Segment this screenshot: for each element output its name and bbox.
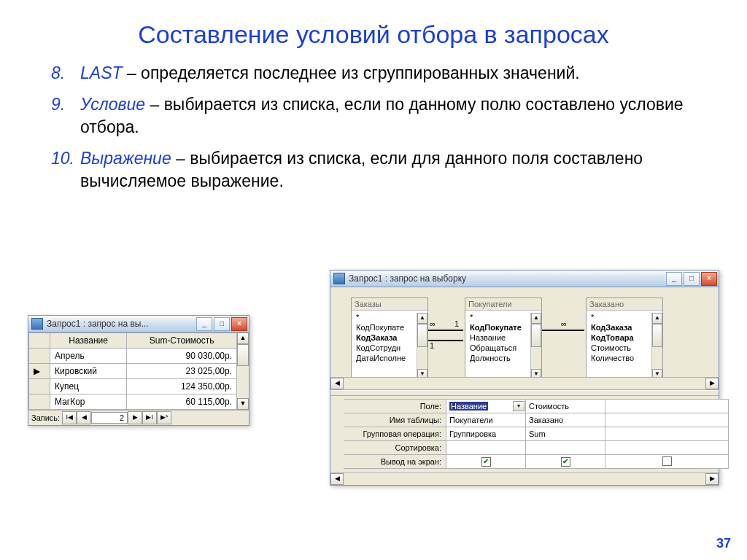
scroll-down-icon[interactable]: ▼ <box>237 398 249 410</box>
column-header-sum[interactable]: Sum-Стоимость <box>127 333 237 349</box>
splitter[interactable] <box>330 390 719 396</box>
bullet-list: 8. LAST – определяется последнее из сгру… <box>51 62 703 192</box>
nav-next-button[interactable]: ▶ <box>128 411 142 424</box>
close-button[interactable]: × <box>701 272 717 286</box>
bullet-number: 8. <box>51 62 80 85</box>
window-icon <box>31 318 43 330</box>
row-selector[interactable] <box>29 349 50 364</box>
table-box-orders[interactable]: Заказы * КодПокупате КодЗаказа КодСотруд… <box>351 298 428 381</box>
checkbox-icon[interactable] <box>662 456 672 466</box>
horizontal-scrollbar[interactable]: ◀ ▶ <box>330 377 719 389</box>
table-row[interactable]: Апрель 90 030,00р. <box>29 349 237 364</box>
titlebar[interactable]: Запрос1 : запрос на вы... _ □ × <box>28 316 249 332</box>
table-box-title: Заказы <box>352 298 427 311</box>
qbe-field-cell[interactable]: Название▾ <box>446 400 526 413</box>
nav-position-input[interactable]: 2 <box>91 412 128 424</box>
qbe-show-cell[interactable]: ✔ <box>526 455 605 469</box>
record-navigator: Запись: I◀ ◀ 2 ▶ ▶I ▶* <box>28 410 249 425</box>
qbe-table-cell[interactable]: Покупатели <box>446 413 526 427</box>
relationship-line[interactable] <box>541 330 584 331</box>
datasheet-table[interactable]: Название Sum-Стоимость Апрель 90 030,00р… <box>28 332 237 410</box>
qbe-table-cell[interactable]: Заказано <box>526 413 605 427</box>
table-row[interactable]: Купец 124 350,00р. <box>29 379 237 394</box>
maximize-button[interactable]: □ <box>684 272 700 286</box>
scroll-up-icon[interactable]: ▲ <box>417 313 427 324</box>
scroll-thumb[interactable] <box>237 344 249 366</box>
bullet-item: 8. LAST – определяется последнее из сгру… <box>51 62 703 85</box>
scroll-right-icon[interactable]: ▶ <box>705 473 719 485</box>
column-header-name[interactable]: Название <box>50 333 127 349</box>
qbe-sort-cell[interactable] <box>526 441 605 455</box>
qbe-label-sort: Сортировка: <box>344 441 446 455</box>
scroll-left-icon[interactable]: ◀ <box>330 473 344 485</box>
relationship-cardinality-icon: 1 <box>454 319 459 328</box>
table-row[interactable]: МагКор 60 115,00р. <box>29 394 237 410</box>
table-box-title: Заказано <box>587 298 662 311</box>
qbe-show-cell[interactable]: ✔ <box>446 455 526 469</box>
scroll-up-icon[interactable]: ▲ <box>237 332 249 344</box>
list-scrollbar[interactable]: ▲ ▼ <box>530 313 541 380</box>
table-row[interactable]: ▶ Кировский 23 025,00р. <box>29 364 237 379</box>
qbe-label-table: Имя таблицы: <box>344 413 446 427</box>
table-box-customers[interactable]: Покупатели * КодПокупате Название Обраща… <box>465 298 542 381</box>
scroll-up-icon[interactable]: ▲ <box>652 313 662 324</box>
qbe-empty-cell[interactable] <box>605 427 729 441</box>
bullet-item: 10. Выражение – выбирается из списка, ес… <box>51 147 703 192</box>
datasheet-window: Запрос1 : запрос на вы... _ □ × Название… <box>28 315 249 426</box>
list-scrollbar[interactable]: ▲ ▼ <box>651 313 662 380</box>
maximize-button[interactable]: □ <box>214 317 230 331</box>
bullet-body: Выражение – выбирается из списка, если д… <box>80 147 703 192</box>
bullet-number: 9. <box>51 93 80 139</box>
page-number: 37 <box>716 536 731 551</box>
table-box-title: Покупатели <box>465 298 541 311</box>
scroll-thumb[interactable] <box>531 324 541 347</box>
scroll-thumb[interactable] <box>417 324 427 347</box>
qbe-sort-cell[interactable] <box>446 441 526 455</box>
scroll-up-icon[interactable]: ▲ <box>531 313 541 324</box>
bullet-term: LAST <box>80 63 123 82</box>
nav-first-button[interactable]: I◀ <box>62 411 77 424</box>
nav-prev-button[interactable]: ◀ <box>77 411 91 424</box>
scroll-right-icon[interactable]: ▶ <box>705 378 719 389</box>
list-scrollbar[interactable]: ▲ ▼ <box>417 313 427 380</box>
relationship-line[interactable] <box>427 330 463 331</box>
bullet-term: Условие <box>80 95 145 114</box>
scroll-thumb[interactable] <box>652 324 662 347</box>
qbe-field-cell[interactable]: Стоимость <box>526 400 605 413</box>
qbe-empty-cell[interactable] <box>605 400 729 413</box>
qbe-empty-cell[interactable] <box>605 441 729 455</box>
row-selector[interactable] <box>29 394 50 410</box>
window-title: Запрос1 : запрос на выборку <box>349 273 666 284</box>
relationship-cardinality-icon: ∞ <box>561 319 567 328</box>
window-title: Запрос1 : запрос на вы... <box>47 319 196 329</box>
checkbox-checked-icon[interactable]: ✔ <box>481 457 491 467</box>
relationship-cardinality-icon: 1 <box>430 341 434 350</box>
checkbox-checked-icon[interactable]: ✔ <box>561 457 570 467</box>
row-selector-current[interactable]: ▶ <box>29 364 50 379</box>
qbe-show-cell[interactable] <box>605 455 729 469</box>
record-label: Запись: <box>31 413 60 422</box>
minimize-button[interactable]: _ <box>666 272 682 286</box>
vertical-scrollbar[interactable]: ▲ ▼ <box>236 332 249 410</box>
scroll-left-icon[interactable]: ◀ <box>330 378 344 389</box>
slide-title: Составление условий отбора в запросах <box>0 20 747 49</box>
bullet-body: LAST – определяется последнее из сгруппи… <box>80 62 703 85</box>
qbe-grid[interactable]: Поле: Название▾ Стоимость Имя таблицы: П… <box>330 396 719 485</box>
dropdown-icon[interactable]: ▾ <box>513 401 525 411</box>
close-button[interactable]: × <box>231 317 247 331</box>
nav-last-button[interactable]: ▶I <box>142 411 157 424</box>
qbe-group-cell[interactable]: Группировка <box>446 427 526 441</box>
relationship-pane[interactable]: ∞ 1 1 ∞ Заказы * КодПокупате КодЗаказа К… <box>330 287 719 390</box>
qbe-empty-cell[interactable] <box>605 413 729 427</box>
qbe-group-cell[interactable]: Sum <box>526 427 605 441</box>
qbe-label-show: Вывод на экран: <box>344 455 446 469</box>
titlebar[interactable]: Запрос1 : запрос на выборку _ □ × <box>330 271 719 287</box>
bullet-term: Выражение <box>80 149 171 168</box>
query-design-window: Запрос1 : запрос на выборку _ □ × ∞ 1 1 … <box>330 270 719 486</box>
horizontal-scrollbar[interactable]: ◀ ▶ <box>330 472 719 485</box>
nav-new-button[interactable]: ▶* <box>157 411 171 424</box>
row-selector[interactable] <box>29 379 50 394</box>
select-all-corner[interactable] <box>29 333 50 349</box>
table-box-ordered[interactable]: Заказано * КодЗаказа КодТовара Стоимость… <box>586 298 663 381</box>
minimize-button[interactable]: _ <box>196 317 212 331</box>
